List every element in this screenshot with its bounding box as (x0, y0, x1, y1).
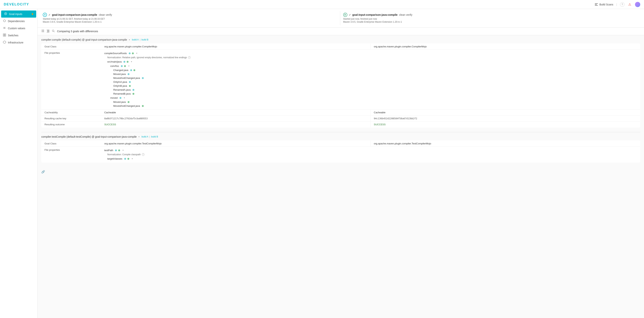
tree-renamed-b: RenamedB.java (101, 92, 640, 96)
goal1-cache-key-a: 8a0b5f1217c70bc2792daf5cba089553 (101, 116, 371, 122)
svg-rect-18 (47, 30, 49, 31)
goal2-links: build A | build B (142, 135, 158, 138)
svg-marker-10 (3, 41, 6, 43)
goal1-goal-class-b: org.apache.maven.plugin.compiler.Compile… (371, 44, 640, 50)
goal2-props-table: Goal Class org.apache.maven.plugin.compi… (41, 141, 640, 162)
switches-icon (3, 33, 6, 37)
norm-info-icon-1[interactable]: ? (188, 56, 191, 59)
svg-rect-19 (47, 31, 49, 32)
goal1-goal-class-label: Goal Class (42, 44, 101, 50)
comparing-label: Comparing 3 goals with differences (57, 30, 98, 33)
goal1-file-props-tree: compileSourceRoots ▾ Normalization: Rela… (101, 50, 640, 110)
build-badge-b: B (343, 13, 347, 17)
sidebar: Goal inputs Dependencies Custom values S… (0, 9, 38, 318)
goal2-link-a[interactable]: build A (142, 135, 148, 138)
outline-icon[interactable] (46, 29, 50, 33)
sidebar-item-custom-values[interactable]: Custom values (0, 25, 37, 32)
help-icon[interactable]: ? (620, 2, 624, 7)
success-a: SUCCESS (104, 123, 116, 126)
alert-icon[interactable]: ⚠ (628, 2, 632, 7)
goal1-outcome-a: SUCCESS (101, 122, 371, 128)
build-tasks-a: clean verify (99, 13, 112, 16)
goal2-file-props-tree: testPath ▾ Normalization: Compile classp… (101, 147, 640, 162)
goal1-outcome-b: SUCCESS (371, 122, 640, 128)
content-area: A ✓ goal-input-comparison-java-compile c… (38, 9, 644, 318)
dot-b-src (127, 61, 128, 63)
dependencies-icon (3, 19, 6, 23)
svg-line-22 (54, 31, 54, 32)
dot-b-onib (129, 85, 131, 87)
goal1-title-text: compiler:compile (default-compile) @ goa… (41, 38, 127, 41)
dot-a-tp (115, 150, 117, 151)
moved-java-1-label: Moved.java (113, 73, 126, 75)
build-goal-b: goal-input-comparison-java-compile (352, 13, 398, 16)
build-card-b: B ✓ goal-input-comparison-java-compile c… (340, 11, 640, 25)
goal1-cacheability-a: Cacheable (101, 110, 371, 116)
list-icon[interactable] (41, 29, 44, 33)
goal1-expand[interactable]: ▾ (128, 39, 130, 41)
target-classes-label: target/classes (107, 157, 122, 160)
goal2-expand[interactable]: ▾ (138, 136, 140, 138)
expand-moved-dir[interactable]: ▾ (124, 97, 125, 99)
svg-rect-15 (42, 32, 42, 32)
svg-rect-7 (5, 34, 6, 35)
menu-line-2 (595, 4, 597, 5)
sidebar-item-infrastructure[interactable]: Infrastructure (0, 39, 37, 46)
expand-roots[interactable]: ▾ (136, 52, 138, 54)
tree-only-in-a: OnlyInA.java (101, 80, 640, 84)
goal1-title: compiler:compile (default-compile) @ goa… (41, 38, 127, 41)
goal1-outcome-row: Resulting outcome SUCCESS SUCCESS (42, 122, 640, 128)
norm-note-1: Normalization: Relative path, ignored em… (101, 55, 640, 60)
link-icon[interactable]: 🔗 (41, 170, 45, 173)
build-tasks-b: clean verify (399, 13, 412, 16)
goal2-goal-class-a: org.apache.maven.plugin.compiler.TestCom… (101, 141, 371, 147)
expand-test-path[interactable]: ▾ (122, 149, 124, 152)
sidebar-item-switches[interactable]: Switches (0, 32, 37, 39)
build-scans-button[interactable]: Build Scans (595, 3, 613, 6)
goal1-header: compiler:compile (default-compile) @ goa… (41, 38, 640, 41)
dot-a-tc (124, 158, 126, 160)
norm-text-1: Normalization: Relative path, ignored em… (107, 56, 187, 59)
hamburger-icon (595, 3, 598, 6)
goal2-goal-class-b: org.apache.maven.plugin.compiler.TestCom… (371, 141, 640, 147)
bottom-link-area: 🔗 (38, 167, 644, 177)
norm-info-icon-2[interactable]: ? (142, 153, 144, 156)
tree-moved-dir: moved ▾ (101, 96, 640, 100)
svg-rect-11 (42, 30, 42, 30)
renamed-b-label: RenamedB.java (113, 92, 131, 95)
goal1-cache-key-b: 94c136b452d2208584f58a67d13bb2f2 (371, 116, 640, 122)
dot-a-moved-dir (120, 97, 122, 99)
hash-b: 94c136b452d2208584f58a67d13bb2f2 (374, 117, 417, 120)
dot-b-changed (134, 69, 135, 71)
goal1-cache-key-label: Resulting cache key (42, 116, 101, 122)
expand-src[interactable]: ▾ (130, 60, 132, 63)
goal1-file-props-row: File properties compileSourceRoots ▾ Nor… (42, 50, 640, 110)
dot-a-foo (121, 65, 123, 67)
build-badge-a: A (43, 13, 47, 17)
goal1-link-a[interactable]: build A (132, 38, 139, 41)
goal2-sep: | (149, 135, 150, 138)
tree-com-foo: com/foo ▾ (101, 64, 640, 68)
norm-text-2: Normalization: Compile classpath (107, 153, 141, 156)
search-icon[interactable] (52, 29, 55, 33)
build-meta2-a: Maven 3.9.5, Gradle Enterprise Maven Ext… (43, 21, 337, 23)
goal1-link-b[interactable]: build B (142, 38, 148, 41)
goal2-link-b[interactable]: build B (151, 135, 158, 138)
expand-target-classes[interactable]: ▾ (131, 158, 133, 160)
svg-rect-12 (42, 30, 44, 30)
goal1-links: build A | build B (132, 38, 148, 41)
expand-foo[interactable]: ▾ (128, 65, 130, 67)
goal1-cacheability-label: Cacheability (42, 110, 101, 116)
sidebar-item-dependencies[interactable]: Dependencies (0, 18, 37, 25)
tree-changed-java: Changed.java (101, 68, 640, 72)
goal2-header: compiler:testCompile (default-testCompil… (41, 135, 640, 138)
tree-target-classes: target/classes ▾ (101, 157, 640, 161)
sidebar-item-goal-inputs[interactable]: Goal inputs (1, 10, 36, 18)
build-check-a: ✓ (48, 13, 50, 16)
custom-values-icon (3, 26, 6, 30)
user-avatar[interactable] (635, 2, 640, 7)
com-foo-label: com/foo (110, 65, 119, 67)
build-meta1-b: Started just now, finished just now (343, 18, 638, 20)
dot-a-moved1 (128, 73, 130, 75)
svg-rect-4 (4, 28, 5, 28)
